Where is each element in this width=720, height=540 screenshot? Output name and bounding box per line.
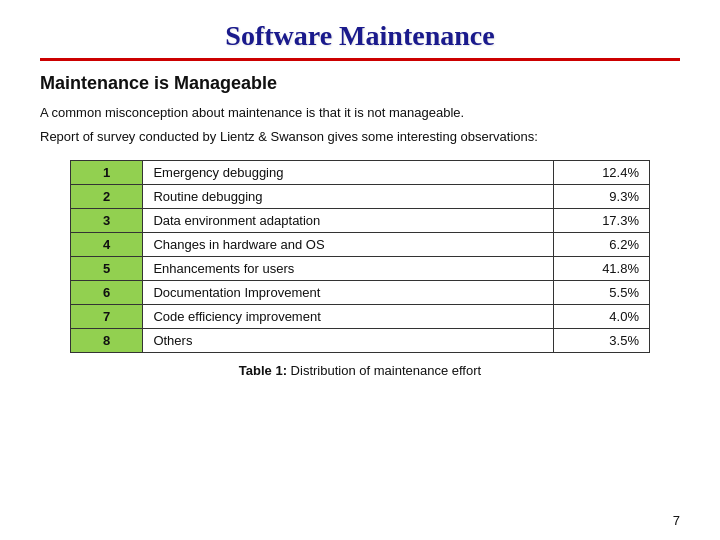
- row-description: Enhancements for users: [143, 257, 553, 281]
- slide-title: Software Maintenance: [40, 20, 680, 52]
- row-description: Data environment adaptation: [143, 209, 553, 233]
- subtitle: Maintenance is Manageable: [40, 73, 680, 94]
- table-row: 3Data environment adaptation17.3%: [71, 209, 650, 233]
- row-percent: 6.2%: [553, 233, 650, 257]
- row-percent: 5.5%: [553, 281, 650, 305]
- table-row: 5Enhancements for users41.8%: [71, 257, 650, 281]
- row-number: 1: [71, 161, 143, 185]
- row-description: Code efficiency improvement: [143, 305, 553, 329]
- slide: Software Maintenance Maintenance is Mana…: [0, 0, 720, 540]
- table-container: 1Emergency debugging12.4%2Routine debugg…: [40, 160, 680, 378]
- row-number: 6: [71, 281, 143, 305]
- row-percent: 3.5%: [553, 329, 650, 353]
- table-row: 2Routine debugging9.3%: [71, 185, 650, 209]
- row-percent: 9.3%: [553, 185, 650, 209]
- row-number: 4: [71, 233, 143, 257]
- table-row: 8Others3.5%: [71, 329, 650, 353]
- row-description: Others: [143, 329, 553, 353]
- row-description: Documentation Improvement: [143, 281, 553, 305]
- row-number: 7: [71, 305, 143, 329]
- paragraph-1: A common misconception about maintenance…: [40, 104, 680, 122]
- page-number: 7: [673, 513, 680, 528]
- table-row: 7Code efficiency improvement4.0%: [71, 305, 650, 329]
- table-row: 1Emergency debugging12.4%: [71, 161, 650, 185]
- row-number: 3: [71, 209, 143, 233]
- row-number: 5: [71, 257, 143, 281]
- table-caption-text: Distribution of maintenance effort: [287, 363, 481, 378]
- table-row: 4Changes in hardware and OS6.2%: [71, 233, 650, 257]
- row-number: 2: [71, 185, 143, 209]
- row-number: 8: [71, 329, 143, 353]
- maintenance-table: 1Emergency debugging12.4%2Routine debugg…: [70, 160, 650, 353]
- row-percent: 17.3%: [553, 209, 650, 233]
- row-description: Changes in hardware and OS: [143, 233, 553, 257]
- table-caption-prefix: Table 1:: [239, 363, 287, 378]
- title-divider: [40, 58, 680, 61]
- table-row: 6Documentation Improvement5.5%: [71, 281, 650, 305]
- row-percent: 12.4%: [553, 161, 650, 185]
- row-description: Routine debugging: [143, 185, 553, 209]
- row-percent: 4.0%: [553, 305, 650, 329]
- paragraph-2: Report of survey conducted by Lientz & S…: [40, 128, 680, 146]
- row-percent: 41.8%: [553, 257, 650, 281]
- row-description: Emergency debugging: [143, 161, 553, 185]
- table-caption: Table 1: Distribution of maintenance eff…: [239, 363, 481, 378]
